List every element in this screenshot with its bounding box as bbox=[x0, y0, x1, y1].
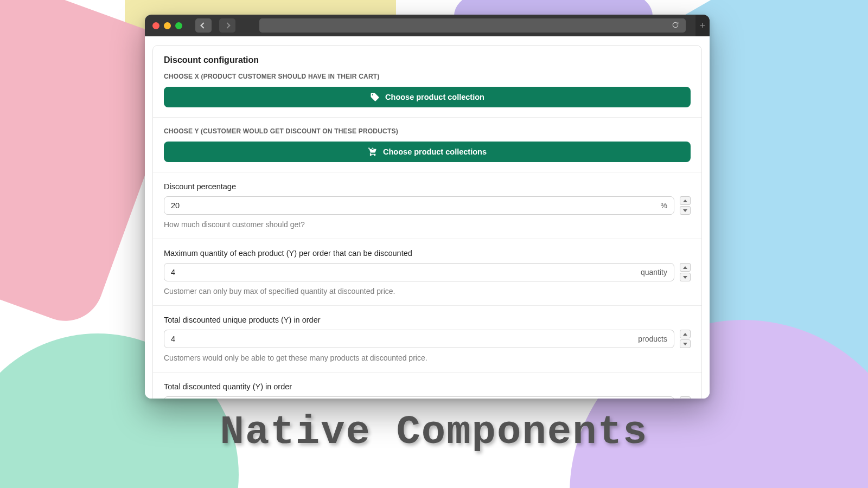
max-qty-step-down[interactable] bbox=[680, 273, 691, 281]
window-maximize-button[interactable] bbox=[175, 22, 182, 29]
discount-percentage-step-down[interactable] bbox=[680, 206, 691, 215]
discount-percentage-value: 20 bbox=[171, 201, 187, 210]
choose-y-button[interactable]: Choose product collections bbox=[164, 142, 691, 162]
browser-titlebar: + bbox=[145, 15, 710, 36]
window-close-button[interactable] bbox=[152, 22, 159, 29]
discount-config-card: Discount configuration CHOOSE X (PRODUCT… bbox=[152, 45, 702, 399]
window-minimize-button[interactable] bbox=[164, 22, 171, 29]
chevron-right-icon bbox=[224, 22, 230, 28]
browser-window: + Discount configuration CHOOSE X (PRODU… bbox=[145, 15, 710, 399]
unique-products-label: Total discounted unique products (Y) in … bbox=[164, 316, 691, 324]
caret-up-icon bbox=[683, 266, 687, 269]
cart-add-icon bbox=[368, 147, 378, 157]
card-title: Discount configuration bbox=[164, 55, 691, 65]
unique-products-input[interactable]: 4 products bbox=[164, 330, 674, 348]
url-bar[interactable] bbox=[259, 18, 686, 33]
total-qty-section: Total discounted quantity (Y) in order 1… bbox=[153, 372, 701, 399]
unique-products-step-up[interactable] bbox=[680, 330, 691, 338]
choose-x-button-label: Choose product collection bbox=[385, 93, 484, 101]
page-headline: Native Components bbox=[220, 409, 648, 455]
max-qty-input[interactable]: 4 quantity bbox=[164, 263, 674, 281]
choose-y-eyebrow: CHOOSE Y (CUSTOMER WOULD GET DISCOUNT ON… bbox=[164, 127, 691, 135]
discount-percentage-input[interactable]: 20 % bbox=[164, 196, 674, 215]
choose-y-button-label: Choose product collections bbox=[383, 147, 487, 156]
total-qty-input[interactable]: 10 products bbox=[164, 396, 674, 399]
max-qty-stepper bbox=[680, 263, 691, 281]
max-qty-section: Maximum quantity of each product (Y) per… bbox=[153, 239, 701, 305]
unique-products-suffix: products bbox=[633, 335, 667, 343]
total-qty-step-up[interactable] bbox=[680, 396, 691, 399]
reload-button[interactable] bbox=[672, 21, 680, 30]
choose-x-section: CHOOSE X (PRODUCT CUSTOMER SHOULD HAVE I… bbox=[153, 69, 701, 117]
unique-products-value: 4 bbox=[171, 335, 187, 343]
reload-icon bbox=[672, 21, 679, 29]
nav-forward-button[interactable] bbox=[219, 18, 235, 33]
total-qty-stepper bbox=[680, 396, 691, 399]
max-qty-help: Customer can only buy max of specified q… bbox=[164, 287, 691, 296]
choose-x-eyebrow: CHOOSE X (PRODUCT CUSTOMER SHOULD HAVE I… bbox=[164, 73, 691, 80]
max-qty-label: Maximum quantity of each product (Y) per… bbox=[164, 249, 691, 258]
choose-x-button[interactable]: Choose product collection bbox=[164, 87, 691, 107]
total-qty-label: Total discounted quantity (Y) in order bbox=[164, 382, 691, 391]
plus-icon: + bbox=[700, 21, 706, 30]
content-area: Discount configuration CHOOSE X (PRODUCT… bbox=[145, 36, 710, 399]
caret-down-icon bbox=[683, 209, 687, 212]
unique-products-section: Total discounted unique products (Y) in … bbox=[153, 305, 701, 372]
nav-back-button[interactable] bbox=[195, 18, 212, 33]
caret-up-icon bbox=[683, 333, 687, 336]
discount-percentage-label: Discount percentage bbox=[164, 182, 691, 191]
chevron-left-icon bbox=[200, 22, 206, 28]
discount-percentage-suffix: % bbox=[655, 201, 667, 210]
unique-products-stepper bbox=[680, 330, 691, 348]
caret-up-icon bbox=[683, 200, 687, 202]
discount-percentage-stepper bbox=[680, 196, 691, 215]
new-tab-button[interactable]: + bbox=[695, 15, 710, 36]
max-qty-step-up[interactable] bbox=[680, 263, 691, 272]
discount-percentage-help: How much discount customer should get? bbox=[164, 220, 691, 229]
choose-y-section: CHOOSE Y (CUSTOMER WOULD GET DISCOUNT ON… bbox=[153, 117, 701, 172]
card-header: Discount configuration bbox=[153, 46, 701, 69]
tag-icon bbox=[370, 92, 380, 102]
discount-percentage-step-up[interactable] bbox=[680, 196, 691, 205]
max-qty-value: 4 bbox=[171, 268, 187, 277]
discount-percentage-section: Discount percentage 20 % How much discou… bbox=[153, 172, 701, 239]
unique-products-help: Customers would only be able to get thes… bbox=[164, 354, 691, 362]
max-qty-suffix: quantity bbox=[635, 268, 667, 277]
unique-products-step-down[interactable] bbox=[680, 339, 691, 348]
caret-down-icon bbox=[683, 276, 687, 279]
caret-down-icon bbox=[683, 343, 687, 345]
